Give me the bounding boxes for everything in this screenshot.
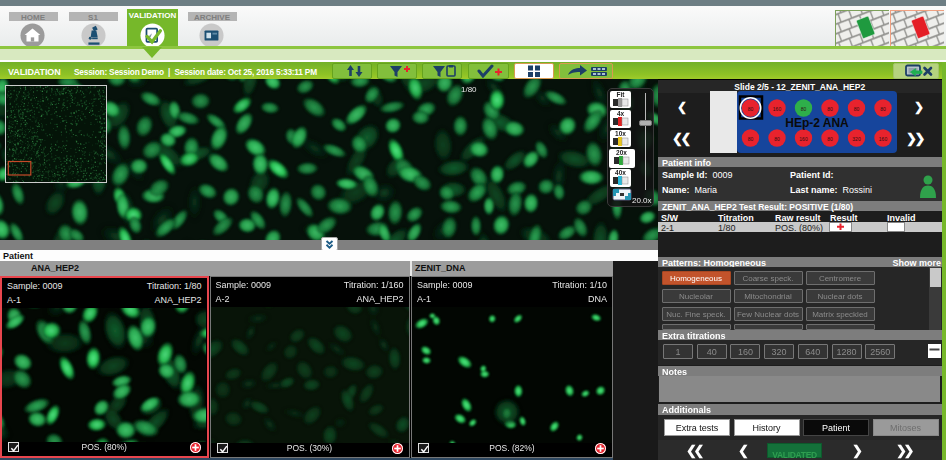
svg-text:HEp-2 ANA: HEp-2 ANA: [785, 116, 849, 130]
svg-text:80: 80: [880, 106, 886, 112]
svg-text:160: 160: [773, 106, 782, 112]
svg-text:80: 80: [774, 136, 780, 142]
svg-text:80: 80: [854, 106, 860, 112]
svg-text:160: 160: [879, 136, 888, 142]
svg-text:80: 80: [801, 106, 807, 112]
svg-text:160: 160: [799, 136, 808, 142]
svg-text:80: 80: [748, 106, 754, 112]
svg-text:80: 80: [827, 106, 833, 112]
svg-text:320: 320: [852, 136, 861, 142]
svg-text:80: 80: [827, 136, 833, 142]
svg-text:80: 80: [748, 136, 754, 142]
